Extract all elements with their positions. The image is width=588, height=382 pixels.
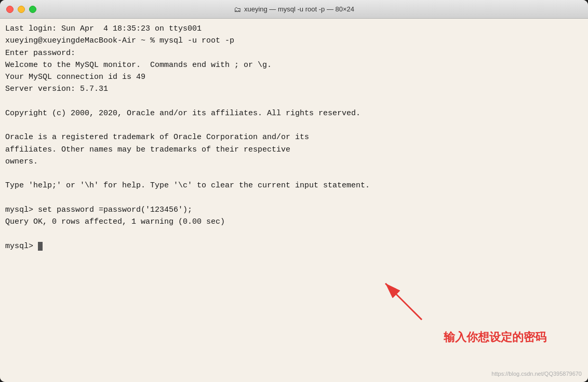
maximize-button[interactable] — [29, 6, 36, 13]
terminal-line: Type 'help;' or '\h' for help. Type '\c'… — [5, 180, 583, 192]
terminal-line — [5, 168, 583, 180]
terminal-line: Copyright (c) 2000, 2020, Oracle and/or … — [5, 107, 583, 119]
terminal-cursor — [38, 242, 43, 251]
terminal-line — [5, 228, 583, 240]
terminal-line: Last login: Sun Apr 4 18:35:23 on ttys00… — [5, 23, 583, 35]
terminal-line: Welcome to the MySQL monitor. Commands e… — [5, 59, 583, 71]
terminal-line: owners. — [5, 156, 583, 168]
terminal-line: Oracle is a registered trademark of Orac… — [5, 131, 583, 143]
minimize-button[interactable] — [18, 6, 25, 13]
terminal-line: Query OK, 0 rows affected, 1 warning (0.… — [5, 216, 583, 228]
title-text: xueying — mysql -u root -p — 80×24 — [244, 5, 354, 13]
terminal-line: xueying@xueyingdeMacBook-Air ~ % mysql -… — [5, 35, 583, 47]
terminal-line: Server version: 5.7.31 — [5, 83, 583, 95]
annotation-text: 输入你想设定的密码 — [444, 329, 546, 346]
terminal-line: affiliates. Other names may be trademark… — [5, 144, 583, 156]
terminal-line: Enter password: — [5, 47, 583, 59]
watermark: https://blog.csdn.net/QQ395879670 — [491, 370, 582, 378]
close-button[interactable] — [6, 6, 14, 13]
title-bar: 🗂 xueying — mysql -u root -p — 80×24 — [0, 0, 588, 19]
terminal-window: 🗂 xueying — mysql -u root -p — 80×24 Las… — [0, 0, 588, 382]
window-title: 🗂 xueying — mysql -u root -p — 80×24 — [234, 5, 354, 13]
title-icon: 🗂 — [234, 5, 241, 13]
terminal-line: Your MySQL connection id is 49 — [5, 71, 583, 83]
terminal-line — [5, 119, 583, 131]
terminal-content: Last login: Sun Apr 4 18:35:23 on ttys00… — [5, 23, 583, 252]
terminal-line — [5, 96, 583, 107]
terminal-line — [5, 192, 583, 204]
terminal-body[interactable]: Last login: Sun Apr 4 18:35:23 on ttys00… — [0, 19, 588, 382]
traffic-lights — [6, 6, 36, 13]
annotation-arrow — [375, 278, 437, 325]
terminal-line: mysql> — [5, 240, 583, 252]
svg-line-1 — [385, 283, 422, 320]
terminal-line: mysql> set password =password('123456'); — [5, 204, 583, 216]
